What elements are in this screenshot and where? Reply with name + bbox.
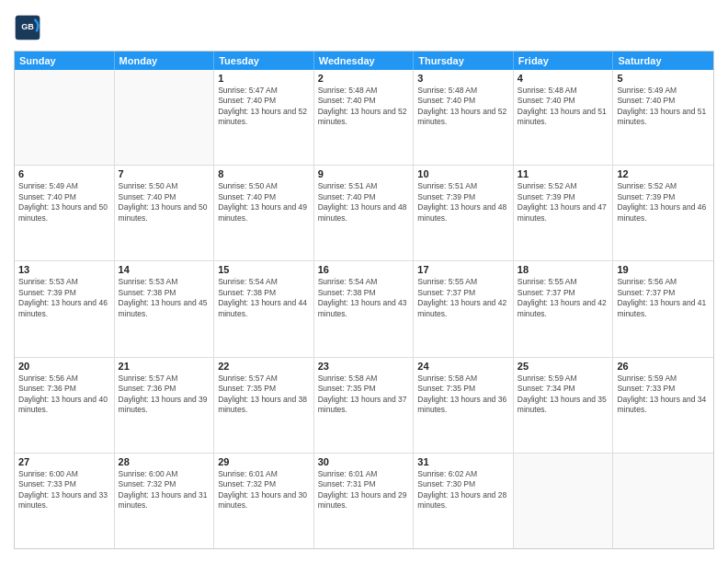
calendar-cell xyxy=(514,454,614,548)
cell-details: Sunrise: 6:00 AM Sunset: 7:33 PM Dayligh… xyxy=(18,469,110,511)
calendar-cell: 22Sunrise: 5:57 AM Sunset: 7:35 PM Dayli… xyxy=(214,358,314,453)
calendar-cell: 31Sunrise: 6:02 AM Sunset: 7:30 PM Dayli… xyxy=(414,454,514,548)
day-number: 2 xyxy=(318,73,410,84)
calendar-cell: 6Sunrise: 5:49 AM Sunset: 7:40 PM Daylig… xyxy=(15,166,115,260)
day-number: 29 xyxy=(218,456,310,467)
day-number: 9 xyxy=(318,168,410,179)
calendar-cell: 7Sunrise: 5:50 AM Sunset: 7:40 PM Daylig… xyxy=(115,166,215,260)
day-number: 24 xyxy=(417,361,509,372)
day-number: 12 xyxy=(617,168,710,179)
cell-details: Sunrise: 5:52 AM Sunset: 7:39 PM Dayligh… xyxy=(617,181,710,224)
cell-details: Sunrise: 5:55 AM Sunset: 7:37 PM Dayligh… xyxy=(417,277,509,319)
cell-details: Sunrise: 5:57 AM Sunset: 7:35 PM Dayligh… xyxy=(218,373,310,416)
calendar-cell: 13Sunrise: 5:53 AM Sunset: 7:39 PM Dayli… xyxy=(15,261,115,356)
cell-details: Sunrise: 5:53 AM Sunset: 7:39 PM Dayligh… xyxy=(18,277,110,319)
cell-details: Sunrise: 6:00 AM Sunset: 7:32 PM Dayligh… xyxy=(119,469,210,511)
cell-details: Sunrise: 5:58 AM Sunset: 7:35 PM Dayligh… xyxy=(417,373,509,416)
calendar-cell: 25Sunrise: 5:59 AM Sunset: 7:34 PM Dayli… xyxy=(514,358,614,453)
day-number: 16 xyxy=(318,264,410,275)
calendar-cell: 15Sunrise: 5:54 AM Sunset: 7:38 PM Dayli… xyxy=(214,261,314,356)
svg-text:GB: GB xyxy=(21,22,34,31)
cell-details: Sunrise: 5:59 AM Sunset: 7:34 PM Dayligh… xyxy=(518,373,609,416)
page-header: GB xyxy=(14,14,714,41)
day-number: 26 xyxy=(617,361,710,372)
day-number: 27 xyxy=(18,456,110,467)
calendar-page: GB SundayMondayTuesdayWednesdayThursdayF… xyxy=(0,0,728,563)
day-number: 4 xyxy=(518,73,609,84)
cell-details: Sunrise: 5:48 AM Sunset: 7:40 PM Dayligh… xyxy=(417,86,509,128)
calendar-cell: 3Sunrise: 5:48 AM Sunset: 7:40 PM Daylig… xyxy=(414,70,514,165)
day-number: 22 xyxy=(218,361,310,372)
weekday-header: Thursday xyxy=(414,52,514,70)
logo-icon: GB xyxy=(14,14,41,41)
day-number: 15 xyxy=(218,264,310,275)
calendar-cell: 17Sunrise: 5:55 AM Sunset: 7:37 PM Dayli… xyxy=(414,261,514,356)
weekday-header: Monday xyxy=(115,52,215,70)
day-number: 5 xyxy=(617,73,710,84)
calendar-cell: 28Sunrise: 6:00 AM Sunset: 7:32 PM Dayli… xyxy=(115,454,215,548)
calendar: SundayMondayTuesdayWednesdayThursdayFrid… xyxy=(14,51,714,549)
cell-details: Sunrise: 5:55 AM Sunset: 7:37 PM Dayligh… xyxy=(518,277,609,319)
day-number: 11 xyxy=(518,168,609,179)
cell-details: Sunrise: 5:53 AM Sunset: 7:38 PM Dayligh… xyxy=(119,277,210,319)
cell-details: Sunrise: 5:56 AM Sunset: 7:37 PM Dayligh… xyxy=(617,277,710,319)
cell-details: Sunrise: 5:50 AM Sunset: 7:40 PM Dayligh… xyxy=(218,181,310,224)
calendar-row: 6Sunrise: 5:49 AM Sunset: 7:40 PM Daylig… xyxy=(15,166,713,261)
cell-details: Sunrise: 5:47 AM Sunset: 7:40 PM Dayligh… xyxy=(218,86,310,128)
day-number: 14 xyxy=(119,264,210,275)
cell-details: Sunrise: 5:56 AM Sunset: 7:36 PM Dayligh… xyxy=(18,373,110,416)
day-number: 31 xyxy=(417,456,509,467)
cell-details: Sunrise: 6:01 AM Sunset: 7:32 PM Dayligh… xyxy=(218,469,310,511)
calendar-cell: 24Sunrise: 5:58 AM Sunset: 7:35 PM Dayli… xyxy=(414,358,514,453)
calendar-cell: 27Sunrise: 6:00 AM Sunset: 7:33 PM Dayli… xyxy=(15,454,115,548)
cell-details: Sunrise: 5:51 AM Sunset: 7:40 PM Dayligh… xyxy=(318,181,410,224)
calendar-body: 1Sunrise: 5:47 AM Sunset: 7:40 PM Daylig… xyxy=(15,70,713,548)
day-number: 3 xyxy=(417,73,509,84)
cell-details: Sunrise: 5:54 AM Sunset: 7:38 PM Dayligh… xyxy=(318,277,410,319)
cell-details: Sunrise: 5:54 AM Sunset: 7:38 PM Dayligh… xyxy=(218,277,310,319)
calendar-cell: 18Sunrise: 5:55 AM Sunset: 7:37 PM Dayli… xyxy=(514,261,614,356)
day-number: 10 xyxy=(417,168,509,179)
weekday-header: Sunday xyxy=(15,52,115,70)
calendar-cell: 10Sunrise: 5:51 AM Sunset: 7:39 PM Dayli… xyxy=(414,166,514,260)
calendar-cell: 4Sunrise: 5:48 AM Sunset: 7:40 PM Daylig… xyxy=(514,70,614,165)
cell-details: Sunrise: 6:01 AM Sunset: 7:31 PM Dayligh… xyxy=(318,469,410,511)
calendar-cell xyxy=(613,454,713,548)
cell-details: Sunrise: 5:59 AM Sunset: 7:33 PM Dayligh… xyxy=(617,373,710,416)
calendar-cell: 16Sunrise: 5:54 AM Sunset: 7:38 PM Dayli… xyxy=(314,261,415,356)
day-number: 20 xyxy=(18,361,110,372)
calendar-header: SundayMondayTuesdayWednesdayThursdayFrid… xyxy=(15,52,713,70)
day-number: 28 xyxy=(119,456,210,467)
calendar-cell xyxy=(115,70,215,165)
weekday-header: Wednesday xyxy=(314,52,415,70)
day-number: 8 xyxy=(218,168,310,179)
calendar-cell: 23Sunrise: 5:58 AM Sunset: 7:35 PM Dayli… xyxy=(314,358,415,453)
day-number: 19 xyxy=(617,264,710,275)
calendar-cell: 12Sunrise: 5:52 AM Sunset: 7:39 PM Dayli… xyxy=(613,166,713,260)
calendar-row: 27Sunrise: 6:00 AM Sunset: 7:33 PM Dayli… xyxy=(15,454,713,548)
calendar-cell: 2Sunrise: 5:48 AM Sunset: 7:40 PM Daylig… xyxy=(314,70,415,165)
cell-details: Sunrise: 5:49 AM Sunset: 7:40 PM Dayligh… xyxy=(18,181,110,224)
calendar-cell: 9Sunrise: 5:51 AM Sunset: 7:40 PM Daylig… xyxy=(314,166,415,260)
cell-details: Sunrise: 5:58 AM Sunset: 7:35 PM Dayligh… xyxy=(318,373,410,416)
cell-details: Sunrise: 5:48 AM Sunset: 7:40 PM Dayligh… xyxy=(318,86,410,128)
cell-details: Sunrise: 5:57 AM Sunset: 7:36 PM Dayligh… xyxy=(119,373,210,416)
day-number: 13 xyxy=(18,264,110,275)
calendar-cell: 19Sunrise: 5:56 AM Sunset: 7:37 PM Dayli… xyxy=(613,261,713,356)
day-number: 18 xyxy=(518,264,609,275)
weekday-header: Saturday xyxy=(613,52,713,70)
day-number: 1 xyxy=(218,73,310,84)
day-number: 25 xyxy=(518,361,609,372)
calendar-cell: 30Sunrise: 6:01 AM Sunset: 7:31 PM Dayli… xyxy=(314,454,415,548)
calendar-row: 20Sunrise: 5:56 AM Sunset: 7:36 PM Dayli… xyxy=(15,358,713,454)
calendar-cell: 20Sunrise: 5:56 AM Sunset: 7:36 PM Dayli… xyxy=(15,358,115,453)
calendar-cell: 8Sunrise: 5:50 AM Sunset: 7:40 PM Daylig… xyxy=(214,166,314,260)
cell-details: Sunrise: 6:02 AM Sunset: 7:30 PM Dayligh… xyxy=(417,469,509,511)
cell-details: Sunrise: 5:50 AM Sunset: 7:40 PM Dayligh… xyxy=(119,181,210,224)
calendar-cell: 21Sunrise: 5:57 AM Sunset: 7:36 PM Dayli… xyxy=(115,358,215,453)
calendar-row: 1Sunrise: 5:47 AM Sunset: 7:40 PM Daylig… xyxy=(15,70,713,166)
calendar-cell: 29Sunrise: 6:01 AM Sunset: 7:32 PM Dayli… xyxy=(214,454,314,548)
weekday-header: Friday xyxy=(514,52,614,70)
day-number: 21 xyxy=(119,361,210,372)
day-number: 17 xyxy=(417,264,509,275)
